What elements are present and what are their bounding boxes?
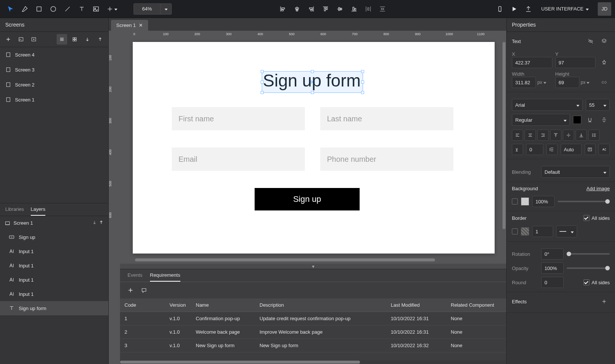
canvas-text-title[interactable]: Sign up form bbox=[263, 70, 361, 91]
sort-up-icon[interactable] bbox=[95, 34, 105, 45]
rotation-slider[interactable] bbox=[567, 253, 610, 255]
text-transform-icon[interactable] bbox=[598, 144, 610, 155]
screen-item[interactable]: Screen 3 bbox=[0, 62, 108, 77]
col-modified[interactable]: Last Modified bbox=[386, 298, 446, 312]
tab-events[interactable]: Events bbox=[128, 272, 142, 282]
line-tool[interactable] bbox=[61, 2, 74, 16]
underline-icon[interactable] bbox=[584, 114, 596, 125]
distribute-v-icon[interactable] bbox=[376, 2, 389, 16]
line-height-icon[interactable] bbox=[546, 144, 558, 155]
project-dropdown[interactable]: USER INTERFACE bbox=[537, 6, 592, 12]
canvas-area[interactable]: Sign up form First name Last name Email … bbox=[120, 40, 506, 264]
canvas-signup-button[interactable]: Sign up bbox=[255, 188, 360, 210]
letter-spacing-input[interactable] bbox=[526, 144, 543, 155]
layer-item[interactable]: Sign up form bbox=[0, 301, 108, 315]
col-description[interactable]: Description bbox=[255, 298, 386, 312]
input-height[interactable] bbox=[555, 77, 579, 88]
font-size-dropdown[interactable]: 55 bbox=[586, 99, 610, 111]
new-folder-icon[interactable] bbox=[28, 34, 39, 45]
letter-spacing-icon[interactable] bbox=[512, 144, 523, 155]
col-name[interactable]: Name bbox=[191, 298, 255, 312]
opacity-slider[interactable] bbox=[567, 267, 610, 269]
round-allsides-checkbox[interactable] bbox=[584, 279, 590, 285]
font-color-swatch[interactable] bbox=[573, 116, 581, 124]
resize-handle[interactable] bbox=[261, 91, 264, 94]
bottom-horizontal-scrollbar[interactable] bbox=[120, 360, 506, 364]
col-related[interactable]: Related Component bbox=[446, 298, 506, 312]
zoom-dropdown[interactable] bbox=[160, 4, 171, 14]
table-row[interactable]: 2 v.1.0 Welcome back page Improve Welcom… bbox=[120, 325, 506, 339]
opacity-input[interactable] bbox=[541, 263, 564, 274]
tab-requirements[interactable]: Requirements bbox=[150, 272, 180, 282]
resize-handle[interactable] bbox=[361, 91, 364, 94]
canvas-input-phone[interactable]: Phone number bbox=[320, 148, 453, 171]
layer-sort-up-icon[interactable] bbox=[99, 220, 104, 226]
screen-item[interactable]: Screen 2 bbox=[0, 77, 108, 92]
background-opacity-input[interactable] bbox=[532, 196, 555, 207]
comment-icon[interactable] bbox=[139, 285, 149, 295]
border-enable-checkbox[interactable] bbox=[512, 228, 518, 234]
zoom-control[interactable]: 64% bbox=[134, 3, 172, 15]
select-tool[interactable] bbox=[4, 2, 17, 16]
align-top-icon[interactable] bbox=[319, 2, 332, 16]
link-dimensions-icon[interactable] bbox=[598, 77, 610, 88]
sort-down-icon[interactable] bbox=[82, 34, 93, 45]
layer-sort-down-icon[interactable] bbox=[92, 220, 97, 226]
font-weight-dropdown[interactable]: Regular bbox=[512, 114, 570, 126]
close-icon[interactable]: ✕ bbox=[139, 22, 143, 28]
background-opacity-slider[interactable] bbox=[558, 201, 610, 202]
table-row[interactable]: 1 v.1.0 Confirmation pop-up Update credi… bbox=[120, 312, 506, 325]
import-image-icon[interactable] bbox=[16, 34, 26, 45]
align-center-v-icon[interactable] bbox=[333, 2, 346, 16]
align-center-h-icon[interactable] bbox=[290, 2, 304, 16]
input-width[interactable] bbox=[512, 77, 536, 88]
tab-layers[interactable]: Layers bbox=[31, 206, 45, 216]
border-allsides-checkbox[interactable] bbox=[584, 215, 590, 221]
panel-collapse-handle[interactable]: ▾ bbox=[120, 264, 506, 269]
align-right-icon[interactable] bbox=[304, 2, 318, 16]
view-list-icon[interactable] bbox=[57, 34, 67, 45]
canvas-tab[interactable]: Screen 1 ✕ bbox=[111, 20, 148, 31]
input-x[interactable] bbox=[512, 57, 552, 68]
text-box-icon[interactable] bbox=[585, 144, 596, 155]
border-width-input[interactable] bbox=[532, 226, 553, 237]
height-unit-dropdown[interactable]: px bbox=[579, 80, 591, 85]
text-valign-middle-icon[interactable] bbox=[563, 130, 574, 141]
col-version[interactable]: Version bbox=[165, 298, 191, 312]
background-color-swatch[interactable] bbox=[521, 197, 529, 206]
tab-libraries[interactable]: Libraries bbox=[5, 206, 24, 216]
play-icon[interactable] bbox=[507, 2, 521, 16]
strikethrough-icon[interactable] bbox=[598, 114, 610, 125]
device-preview-icon[interactable] bbox=[493, 2, 507, 16]
add-tool[interactable] bbox=[104, 2, 120, 16]
col-code[interactable]: Code bbox=[120, 298, 165, 312]
canvas-vertical-scrollbar[interactable] bbox=[502, 42, 506, 229]
screen-item[interactable]: Screen 4 bbox=[0, 47, 108, 62]
canvas-input-email[interactable]: Email bbox=[172, 148, 305, 171]
align-bottom-icon[interactable] bbox=[347, 2, 361, 16]
layer-item[interactable]: Input 1 bbox=[0, 287, 108, 301]
visibility-toggle-icon[interactable] bbox=[585, 36, 596, 47]
layer-item[interactable]: Input 1 bbox=[0, 244, 108, 258]
canvas-horizontal-scrollbar[interactable] bbox=[135, 258, 435, 261]
rotation-input[interactable] bbox=[541, 248, 564, 260]
line-height-input[interactable] bbox=[561, 144, 582, 155]
user-avatar[interactable]: JD bbox=[598, 2, 611, 16]
add-screen-icon[interactable] bbox=[3, 34, 14, 45]
layer-item[interactable]: Sign up bbox=[0, 230, 108, 244]
text-align-left-icon[interactable] bbox=[512, 130, 523, 141]
canvas-input-lastname[interactable]: Last name bbox=[320, 107, 453, 130]
layer-root[interactable]: Screen 1 bbox=[0, 216, 108, 230]
resize-handle[interactable] bbox=[361, 81, 364, 84]
ellipse-tool[interactable] bbox=[46, 2, 60, 16]
canvas-input-firstname[interactable]: First name bbox=[172, 107, 305, 130]
text-valign-top-icon[interactable] bbox=[550, 130, 561, 141]
screen-item[interactable]: Screen 1 bbox=[0, 92, 108, 107]
table-row[interactable]: 3 v.1.0 New Sign up form New Sign up for… bbox=[120, 339, 506, 352]
border-style-dropdown[interactable] bbox=[556, 225, 577, 237]
image-tool[interactable] bbox=[89, 2, 103, 16]
pin-icon[interactable] bbox=[598, 57, 610, 68]
blending-dropdown[interactable]: Default bbox=[541, 166, 610, 178]
add-effect-icon[interactable] bbox=[598, 296, 610, 307]
text-align-right-icon[interactable] bbox=[537, 130, 549, 141]
